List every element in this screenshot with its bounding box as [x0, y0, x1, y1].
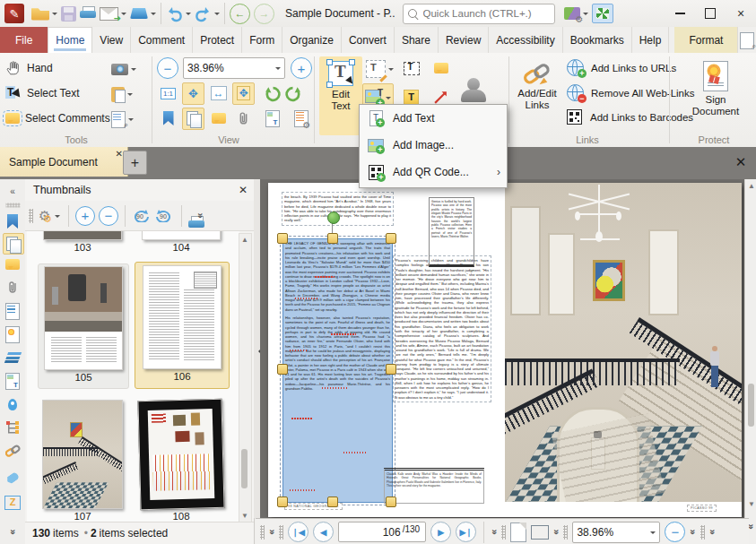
statusbar-zoom-out-button[interactable]: − — [665, 522, 685, 542]
thumbnails-panel-close-button[interactable]: ✕ — [239, 184, 248, 196]
statusbar-grip[interactable] — [260, 525, 265, 540]
thumbnails-pane-icon[interactable] — [3, 233, 24, 255]
find-caret[interactable] — [128, 118, 134, 124]
fit-layout-button[interactable] — [531, 525, 549, 539]
statusbar-more-mid2[interactable] — [552, 529, 561, 534]
document-tab-sample-document[interactable]: Sample Document ✕ — [0, 147, 128, 177]
fit-width-button[interactable]: ↔ — [207, 82, 230, 105]
add-edit-links-button[interactable]: Add/Edit Links — [512, 56, 562, 135]
first-page-button[interactable]: ❘◀ — [288, 522, 308, 542]
sign-document-button[interactable]: Sign Document — [687, 56, 744, 135]
quick-launch-box[interactable] — [403, 4, 555, 24]
thumbnails-scrollbar[interactable]: ▲ ▼ — [239, 233, 252, 522]
print-button[interactable] — [78, 2, 98, 25]
minimize-button[interactable] — [665, 2, 695, 25]
statusbar-grip[interactable] — [279, 525, 283, 540]
scan-dropdown-caret[interactable] — [151, 13, 156, 18]
thumbnail-page-105[interactable]: 105 — [38, 263, 129, 389]
zoom-in-button[interactable]: + — [291, 57, 312, 79]
tab-organize[interactable]: Organize — [282, 27, 342, 53]
tab-view[interactable]: View — [92, 27, 131, 53]
tab-comment[interactable]: Comment — [131, 27, 193, 53]
rotate-handle[interactable] — [327, 212, 340, 224]
paste-caret[interactable] — [127, 93, 133, 99]
signatures-pane-icon[interactable] — [3, 324, 22, 344]
forward-button[interactable]: → — [254, 4, 274, 24]
hand-tool-button[interactable]: Hand — [5, 56, 53, 80]
close-button[interactable]: × — [726, 2, 756, 25]
actual-size-button[interactable]: 1:1 — [157, 82, 179, 105]
tab-help[interactable]: Help — [632, 27, 670, 53]
thumbnails-zoom-in-button[interactable]: + — [75, 206, 95, 226]
resize-handle-bottom-right[interactable] — [386, 497, 396, 507]
scan-button[interactable] — [128, 2, 158, 25]
zoom-combo-caret[interactable] — [275, 67, 281, 73]
thumbnail-page-104[interactable]: 104 — [136, 231, 226, 262]
statusbar-more-left[interactable] — [267, 529, 277, 534]
resize-handle-top-left[interactable] — [277, 233, 288, 244]
thumbnail-page-108[interactable]: 108 — [135, 400, 228, 522]
zoom-out-button[interactable]: − — [157, 57, 178, 79]
snapshot-caret[interactable] — [131, 68, 136, 73]
attachments-pane-button[interactable] — [232, 108, 255, 130]
scrollbar-thumb[interactable] — [241, 449, 248, 488]
maximize-button[interactable] — [695, 2, 726, 25]
email-dropdown-caret[interactable] — [121, 13, 126, 18]
rotate-ccw-90-button[interactable]: 90 — [132, 208, 152, 224]
statusbar-more-mid[interactable] — [490, 529, 500, 534]
email-button[interactable] — [98, 2, 128, 25]
thumbnails-toolbar-grip[interactable] — [29, 209, 33, 223]
tab-share[interactable]: Share — [395, 27, 439, 53]
edit-objects-caret[interactable] — [388, 68, 394, 73]
scroll-up-arrow[interactable]: ▲ — [241, 236, 248, 244]
add-text-box-button[interactable]: T — [400, 57, 422, 80]
statusbar-more-end[interactable] — [707, 529, 717, 534]
menu-item-add-text[interactable]: T+ Add Text — [360, 105, 507, 132]
doc-scroll-down-arrow[interactable]: ▼ — [748, 500, 755, 508]
resize-handle-top-center[interactable] — [327, 233, 338, 244]
select-text-button[interactable]: T Select Text — [5, 82, 79, 105]
rotate-cw-button[interactable] — [284, 84, 303, 103]
layers-pane-icon[interactable] — [3, 348, 22, 367]
scroll-down-arrow[interactable]: ▼ — [241, 512, 248, 520]
resize-handle-bottom-center[interactable] — [327, 497, 338, 507]
snapshot-button[interactable] — [109, 56, 138, 82]
thumbnail-page-103[interactable]: 103 — [38, 231, 127, 262]
fullscreen-button[interactable] — [590, 2, 615, 25]
statusbar-grip[interactable] — [700, 525, 705, 540]
bookmarks-pane-button[interactable] — [157, 108, 179, 130]
fit-page-button[interactable]: ✥ — [182, 82, 204, 105]
fields-pane-icon[interactable] — [3, 301, 22, 321]
edit-objects-button[interactable]: T — [364, 56, 395, 82]
page-layout-button[interactable] — [510, 522, 526, 542]
tab-accessibility[interactable]: Accessibility — [489, 27, 562, 53]
tab-form[interactable]: Form — [242, 27, 282, 53]
rotate-ccw-button[interactable] — [263, 84, 282, 103]
rotate-cw-90-button[interactable]: 90 — [155, 208, 175, 224]
menu-item-add-image[interactable]: + Add Image... — [360, 132, 507, 159]
tab-bar-close-button[interactable]: ✕ — [733, 154, 749, 170]
order-pane-icon[interactable]: Z — [3, 493, 22, 513]
tab-review[interactable]: Review — [439, 27, 489, 53]
search-document-button[interactable]: ⌕ — [738, 29, 756, 52]
links-pane-icon[interactable] — [3, 441, 22, 461]
pane-options-button[interactable]: ⚙ — [290, 108, 312, 130]
page-number-field[interactable]: 106 /130 — [338, 522, 426, 542]
previous-page-button[interactable]: ◀ — [313, 522, 334, 542]
statusbar-zoom-caret[interactable] — [650, 531, 656, 537]
quick-launch-input[interactable] — [421, 7, 550, 20]
zoom-level-combo[interactable]: 38.96% — [183, 57, 285, 79]
save-button[interactable] — [59, 2, 78, 25]
thumbnail-page-106-selected[interactable]: 106 — [135, 262, 230, 389]
thumbnails-zoom-out-button[interactable]: − — [99, 206, 118, 226]
remove-web-links-button[interactable]: − Remove All Web-Links — [567, 84, 694, 101]
open-file-button[interactable] — [30, 2, 59, 25]
add-content-caret[interactable] — [386, 97, 391, 102]
statusbar-grip[interactable] — [501, 525, 506, 540]
thumbnails-more-button[interactable] — [196, 212, 205, 218]
find-button[interactable]: ⌕ — [109, 107, 135, 132]
resize-handle-mid-right[interactable] — [386, 364, 396, 375]
statusbar-more-right[interactable] — [688, 529, 698, 534]
paste-button[interactable] — [109, 82, 135, 107]
select-comments-button[interactable]: Select Comments — [5, 107, 110, 130]
